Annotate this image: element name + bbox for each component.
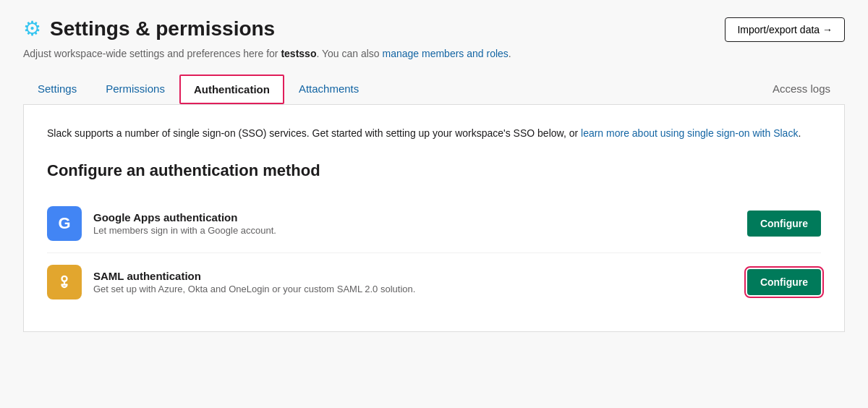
subtitle-end: .	[509, 48, 511, 59]
tab-attachments[interactable]: Attachments	[284, 74, 373, 105]
tab-settings[interactable]: Settings	[23, 74, 91, 105]
sso-desc-end: .	[798, 127, 801, 139]
workspace-name: testsso	[281, 48, 316, 59]
content-area: Slack supports a number of single sign-o…	[23, 105, 845, 332]
google-auth-desc: Let members sign in with a Google accoun…	[93, 225, 736, 236]
auth-item-google: G Google Apps authentication Let members…	[47, 195, 821, 252]
tabs-bar: Settings Permissions Authentication Atta…	[23, 74, 845, 105]
page-wrapper: ⚙ Settings & permissions Import/export d…	[0, 0, 868, 408]
import-export-button[interactable]: Import/export data →	[725, 17, 845, 42]
saml-configure-button[interactable]: Configure	[747, 269, 821, 295]
saml-auth-desc: Get set up with Azure, Okta and OneLogin…	[93, 284, 736, 294]
google-auth-info: Google Apps authentication Let members s…	[93, 211, 736, 236]
saml-auth-info: SAML authentication Get set up with Azur…	[93, 270, 736, 294]
tab-permissions[interactable]: Permissions	[91, 74, 179, 105]
saml-icon	[47, 265, 82, 299]
subtitle-text: Adjust workspace-wide settings and prefe…	[23, 48, 281, 59]
auth-item-saml: SAML authentication Get set up with Azur…	[47, 252, 821, 311]
page-title: Settings & permissions	[50, 17, 275, 41]
sso-description: Slack supports a number of single sign-o…	[47, 125, 821, 141]
section-title: Configure an authentication method	[47, 161, 821, 180]
manage-members-link[interactable]: manage members and roles	[383, 48, 509, 59]
sso-learn-more-link[interactable]: learn more about using single sign-on wi…	[581, 127, 798, 139]
google-auth-name: Google Apps authentication	[93, 211, 736, 224]
header-row: ⚙ Settings & permissions Import/export d…	[23, 17, 845, 42]
tab-access-logs[interactable]: Access logs	[758, 74, 845, 105]
gear-icon: ⚙	[23, 19, 41, 39]
title-area: ⚙ Settings & permissions	[23, 17, 275, 41]
subtitle-suffix: . You can also	[316, 48, 382, 59]
saml-auth-name: SAML authentication	[93, 270, 736, 282]
tab-authentication[interactable]: Authentication	[179, 75, 284, 104]
subtitle: Adjust workspace-wide settings and prefe…	[23, 48, 845, 59]
google-configure-button[interactable]: Configure	[747, 211, 821, 237]
sso-desc-text: Slack supports a number of single sign-o…	[47, 127, 581, 139]
google-icon: G	[47, 206, 82, 241]
